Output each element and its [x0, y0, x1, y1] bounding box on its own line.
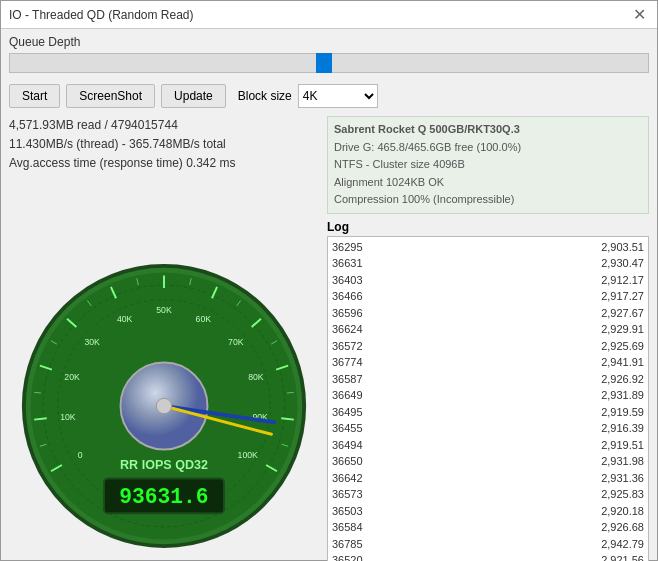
drive-line1: Drive G: 465.8/465.6GB free (100.0%) — [334, 139, 642, 157]
left-panel: 4,571.93MB read / 4794015744 11.430MB/s … — [9, 116, 319, 561]
svg-text:20K: 20K — [64, 372, 80, 382]
screenshot-button[interactable]: ScreenShot — [66, 84, 155, 108]
log-row: 365032,920.18 — [332, 503, 644, 520]
log-row: 366242,929.91 — [332, 321, 644, 338]
log-row: 364942,919.51 — [332, 437, 644, 454]
svg-text:50K: 50K — [156, 305, 172, 315]
svg-text:80K: 80K — [248, 372, 264, 382]
log-row: 365722,925.69 — [332, 338, 644, 355]
log-row: 366492,931.89 — [332, 387, 644, 404]
svg-text:100K: 100K — [238, 450, 258, 460]
main-area: 4,571.93MB read / 4794015744 11.430MB/s … — [9, 116, 649, 561]
svg-text:0: 0 — [78, 450, 83, 460]
log-row: 364662,917.27 — [332, 288, 644, 305]
block-size-select[interactable]: 4K 512B1K2K 8K16K32K 64K128K — [298, 84, 378, 108]
stats-line1: 4,571.93MB read / 4794015744 — [9, 116, 319, 135]
drive-info: Sabrent Rocket Q 500GB/RKT30Q.3 Drive G:… — [327, 116, 649, 214]
svg-point-39 — [156, 399, 171, 414]
block-size-label: Block size — [238, 89, 292, 103]
log-row: 362952,903.51 — [332, 239, 644, 256]
queue-label: Queue Depth — [9, 35, 649, 49]
log-row: 364952,919.59 — [332, 404, 644, 421]
gauge-svg: 010K20K30K40K50K60K70K80K90K100K — [19, 261, 309, 551]
log-row: 367742,941.91 — [332, 354, 644, 371]
log-row: 365962,927.67 — [332, 305, 644, 322]
queue-depth-slider[interactable] — [9, 53, 649, 73]
svg-text:70K: 70K — [228, 337, 244, 347]
drive-line3: Alignment 1024KB OK — [334, 174, 642, 192]
right-panel: Sabrent Rocket Q 500GB/RKT30Q.3 Drive G:… — [327, 116, 649, 561]
log-row: 365202,921.56 — [332, 552, 644, 561]
svg-line-5 — [34, 419, 46, 420]
svg-text:10K: 10K — [60, 412, 76, 422]
log-row: 365842,926.68 — [332, 519, 644, 536]
drive-line2: NTFS - Cluster size 4096B — [334, 156, 642, 174]
stats-line3: Avg.access time (response time) 0.342 ms — [9, 154, 319, 173]
slider-container — [9, 53, 649, 76]
svg-text:60K: 60K — [196, 314, 212, 324]
window-title: IO - Threaded QD (Random Read) — [9, 8, 194, 22]
close-button[interactable]: ✕ — [629, 5, 649, 25]
controls-row: Start ScreenShot Update Block size 4K 51… — [9, 84, 649, 108]
title-bar: IO - Threaded QD (Random Read) ✕ — [1, 1, 657, 29]
main-window: IO - Threaded QD (Random Read) ✕ Queue D… — [0, 0, 658, 561]
log-row: 366502,931.98 — [332, 453, 644, 470]
svg-text:30K: 30K — [84, 337, 100, 347]
svg-text:RR IOPS QD32: RR IOPS QD32 — [120, 458, 208, 472]
update-button[interactable]: Update — [161, 84, 226, 108]
log-row: 365872,926.92 — [332, 371, 644, 388]
svg-text:40K: 40K — [117, 314, 133, 324]
drive-name: Sabrent Rocket Q 500GB/RKT30Q.3 — [334, 121, 642, 139]
log-label: Log — [327, 220, 649, 234]
drive-line4: Compression 100% (Incompressible) — [334, 191, 642, 209]
log-container[interactable]: 362952,903.51366312,930.47364032,912.173… — [327, 236, 649, 561]
log-row: 366422,931.36 — [332, 470, 644, 487]
log-row: 367852,942.79 — [332, 536, 644, 553]
svg-line-13 — [281, 419, 293, 420]
log-row: 366312,930.47 — [332, 255, 644, 272]
svg-text:93631.6: 93631.6 — [119, 485, 208, 509]
gauge-container: 010K20K30K40K50K60K70K80K90K100K — [9, 180, 319, 561]
log-row: 364032,912.17 — [332, 272, 644, 289]
log-row: 365732,925.83 — [332, 486, 644, 503]
log-row: 364552,916.39 — [332, 420, 644, 437]
stats-line2: 11.430MB/s (thread) - 365.748MB/s total — [9, 135, 319, 154]
stats-block: 4,571.93MB read / 4794015744 11.430MB/s … — [9, 116, 319, 174]
start-button[interactable]: Start — [9, 84, 60, 108]
